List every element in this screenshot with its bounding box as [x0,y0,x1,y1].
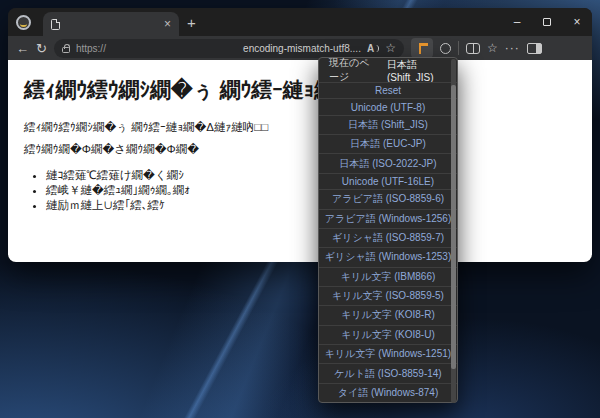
encoding-option[interactable]: ギリシャ語 (Windows-1253) [319,247,457,266]
close-button[interactable]: × [562,8,592,36]
split-screen-icon [466,43,480,54]
refresh-button[interactable]: ↻ [36,42,47,55]
scrollbar-thumb[interactable] [451,85,456,369]
minimize-button[interactable]: – [502,8,532,36]
encoding-option[interactable]: アラビア語 (ISO-8859-6) [319,189,457,208]
encoding-option[interactable]: キリル文字 (IBM866) [319,267,457,286]
encoding-option[interactable]: アラビア語 (Windows-1256) [319,209,457,228]
split-screen-button[interactable] [466,43,480,54]
lock-icon [62,47,70,53]
popup-scrollbar[interactable] [451,59,456,403]
encoding-option[interactable]: タイ語 (Windows-874) [319,383,457,402]
url-text: encoding-mismatch-utf8.... [243,43,361,54]
encoding-option[interactable]: 日本語 (EUC-JP) [319,134,457,153]
toolbar-divider [458,41,459,55]
desktop: { "colors": { "accent": "#8fa9d9", "exte… [0,0,600,418]
extensions-button[interactable] [440,43,451,54]
read-aloud-button[interactable]: A [367,43,379,54]
page-heading: 繧ｨ繝ｳ繧ｳ繝ｼ繝�ぅ 繝ｳ繧ｰ縺ｮ繝�Δ [24,76,576,104]
reset-button[interactable]: Reset [319,82,457,98]
document-icon [51,19,60,30]
browser-window: × + – × ← ↻ https:// encoding-mismatch-u… [8,8,592,262]
maximize-button[interactable] [532,8,562,36]
current-page-label: 現在のページ [329,56,375,84]
page-paragraph-1: 繧ｨ繝ｳ繧ｳ繝ｼ繝�ぅ 繝ｳ繧ｰ縺ｮ繝�Δ縺ｧ縺吶□□ [24,120,576,134]
encoding-option[interactable]: Unicode (UTF-16LE) [319,173,457,189]
collections-button[interactable]: ☆ [487,42,498,54]
encoding-option[interactable]: キリル文字 (KOI8-R) [319,305,457,324]
address-bar[interactable]: https:// encoding-mismatch-utf8.... A ☆ [54,39,404,58]
encoding-option[interactable]: キリル文字 (KOI8-U) [319,325,457,344]
settings-menu-button[interactable]: ··· [505,42,520,54]
sidebar-icon [527,43,542,54]
sidebar-toggle-button[interactable] [527,43,542,54]
encoding-option[interactable]: 日本語 (Shift_JIS) [319,115,457,134]
list-item: 縺ｺ繧薙℃繧薙け繝�く繝ｼ [46,168,576,183]
list-item: 縺励ｍ縺上∪繧｢繧､繧ｹ [46,198,576,213]
encoding-option[interactable]: ケルト語 (ISO-8859-14) [319,363,457,382]
read-aloud-icon: A [367,43,374,54]
toolbar: ← ↻ https:// encoding-mismatch-utf8.... … [8,36,592,60]
tab-close-icon[interactable]: × [164,18,171,30]
extensions-icon [440,43,451,54]
page-content: 繧ｨ繝ｳ繧ｳ繝ｼ繝�ぅ 繝ｳ繧ｰ縺ｮ繝�Δ 繧ｨ繝ｳ繧ｳ繝ｼ繝�ぅ 繝ｳ繧ｰ縺ｮ… [8,60,592,262]
new-tab-button[interactable]: + [187,15,196,30]
encoding-popup: 現在のページ 日本語 (Shift_JIS) Reset Unicode (UT… [318,57,458,403]
encoding-option[interactable]: キリル文字 (ISO-8859-5) [319,286,457,305]
encoding-option[interactable]: Unicode (UTF-8) [319,98,457,114]
window-controls: – × [502,8,592,36]
encoding-option[interactable]: 日本語 (ISO-2022-JP) [319,153,457,172]
current-encoding-value: 日本語 (Shift_JIS) [387,58,447,83]
encoding-option[interactable]: ギリシャ語 (ISO-8859-7) [319,228,457,247]
url-scheme: https:// [76,43,106,54]
popup-header: 現在のページ 日本語 (Shift_JIS) [319,58,457,82]
bullet-list: 縺ｺ繧薙℃繧薙け繝�く繝ｼ 繧峨￥縺�繧ｭ繝｣繝ｩ繝｡繝ｫ 縺励ｍ縺上∪繧｢繧､… [46,168,576,213]
list-item: 繧峨￥縺�繧ｭ繝｣繝ｩ繝｡繝ｫ [46,183,576,198]
back-button[interactable]: ← [16,42,29,55]
maximize-icon [543,18,551,26]
page-paragraph-2: 繧ｳ繝ｳ繝�Φ繝�さ繝ｳ繝�Φ繝� [24,142,576,156]
profile-avatar[interactable] [16,15,31,30]
charset-extension-button[interactable] [411,38,433,58]
encoding-option[interactable]: キリル文字 (Windows-1251) [319,344,457,363]
titlebar: × + – × [8,8,592,36]
favorite-star-button[interactable]: ☆ [385,41,396,55]
sound-wave-icon [375,45,379,52]
charset-extension-icon [416,42,428,54]
browser-tab[interactable]: × [43,12,179,36]
